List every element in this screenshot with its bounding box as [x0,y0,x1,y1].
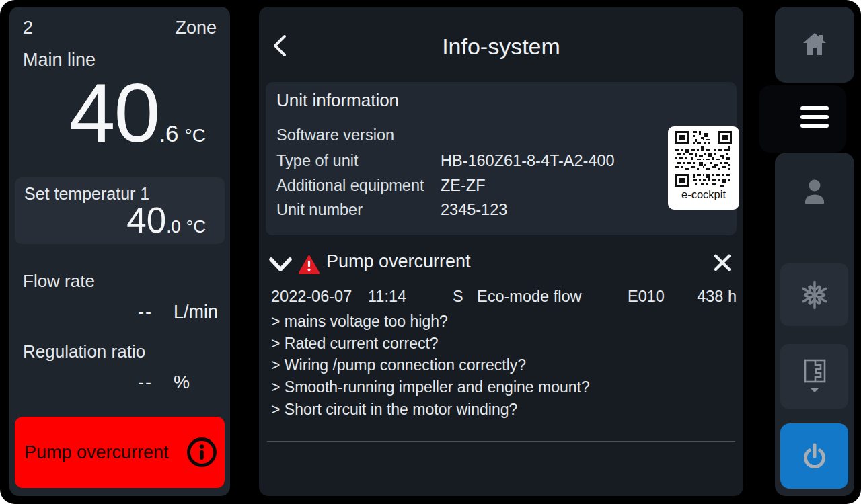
unit-information-card: Unit information Software version Type o… [266,82,737,235]
qr-code-card: e-cockpit [668,126,739,210]
unit-number-value: 2345-123 [441,201,507,219]
alarm-date: 2022-06-07 [271,288,352,306]
type-of-unit-value: HB-160Z61-8-4T-A2-400 [441,152,615,170]
zone-panel: 2 Zone Main line 40.6°C Set temperatur 1… [9,7,230,496]
set-temp-unit: °C [186,216,206,237]
alarm-checklist-item: > mains voltage too high? [271,312,448,331]
menu-icon [800,106,829,132]
alarm-banner[interactable]: Pump overcurrent [15,417,225,488]
unit-number-label: Unit number [276,201,363,219]
alarm-time: 11:14 [368,288,406,306]
regulation-ratio-label: Regulation ratio [23,341,145,362]
additional-equipment-value: ZE-ZF [441,177,486,195]
alarm-name: Eco-mode flow [477,288,581,306]
sidebar-item-menu[interactable] [759,85,846,153]
type-of-unit-label: Type of unit [276,152,359,170]
set-temp-decimal: .0 [166,216,181,237]
alarm-code-letter: S [453,288,463,306]
divider [267,441,735,442]
alarm-code: E010 [628,288,665,306]
set-temp-integer: 40 [126,202,166,238]
qr-caption: e-cockpit [668,189,739,200]
snowflake-icon [797,278,832,312]
alarm-checklist-item: > Smooth-running impeller and engine mou… [271,378,590,396]
user-icon[interactable] [796,175,833,212]
mold-dropdown-icon [799,357,830,396]
chevron-down-icon[interactable] [268,257,293,277]
alarm-checklist-item: > Rated current correct? [271,335,439,353]
set-temperature-value: 40.0°C [126,202,206,238]
info-icon[interactable] [186,436,218,468]
main-temp-integer: 40 [69,71,159,155]
sidebar-lower-section [775,153,854,496]
close-icon[interactable] [712,253,733,276]
sidebar-item-home[interactable] [775,7,854,83]
warning-icon [298,255,320,278]
zone-number: 2 [23,17,33,38]
main-temperature-value: 40.6°C [69,71,206,155]
main-temp-unit: °C [185,125,206,146]
software-version-label: Software version [276,126,394,144]
regulation-ratio-value: -- [138,372,153,393]
qr-code [675,131,732,187]
info-system-panel: Info-system Unit information Software ve… [259,7,743,496]
flow-rate-value: -- [138,302,153,323]
alarm-checklist-item: > Wiring /pump connection correctly? [271,356,526,374]
power-button[interactable] [780,423,848,489]
unit-information-title: Unit information [276,90,399,111]
device-screen: 2 Zone Main line 40.6°C Set temperatur 1… [0,0,861,504]
alarm-banner-label: Pump overcurrent [24,442,169,463]
page-title: Info-system [259,34,743,60]
additional-equipment-label: Additional equipment [276,177,424,195]
main-temp-decimal: .6 [159,120,178,147]
sidebar-item-cooling[interactable] [780,263,848,326]
home-icon [800,30,829,59]
alarm-title: Pump overcurrent [326,251,471,272]
power-icon [798,440,831,472]
alarm-checklist-item: > Short circuit in the motor winding? [271,401,517,419]
zone-label: Zone [175,17,217,38]
sidebar-item-mold[interactable] [780,344,848,409]
flow-rate-unit: L/min [174,302,218,323]
flow-rate-label: Flow rate [23,271,95,292]
set-temperature-card[interactable]: Set temperatur 1 40.0°C [15,177,225,244]
regulation-ratio-unit: % [174,372,190,393]
alarm-hours: 438 h [697,288,737,306]
